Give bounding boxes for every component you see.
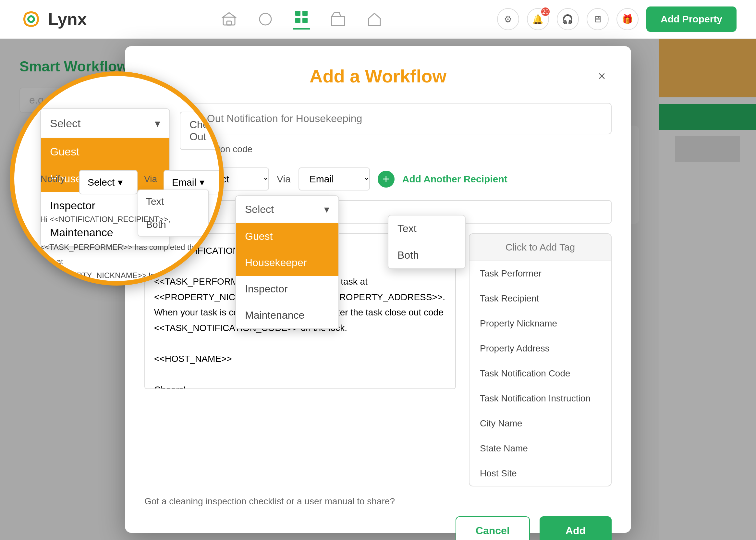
nav-properties[interactable] bbox=[221, 11, 237, 28]
mag-body-text: Hi <<NOTIFICATION_RECIPIENT>>, <<TASK_PE… bbox=[40, 212, 209, 286]
nav-grid[interactable] bbox=[293, 9, 310, 30]
add-another-recipient-button[interactable]: Add Another Recipient bbox=[402, 174, 507, 185]
add-button[interactable]: Add bbox=[540, 516, 612, 540]
modal-close-button[interactable]: × bbox=[592, 67, 612, 86]
modal-footer: Cancel Add bbox=[144, 516, 612, 540]
notification-badge: 20 bbox=[541, 7, 550, 16]
dropdown-option-housekeeper[interactable]: Housekeeper bbox=[236, 250, 338, 276]
add-recipient-plus-modal[interactable]: + bbox=[378, 171, 395, 188]
mag-checkout-badge: Check Out bbox=[180, 112, 224, 150]
nav-circle[interactable] bbox=[257, 11, 274, 28]
dropdown-option-maintenance[interactable]: Maintenance bbox=[236, 302, 338, 329]
via-label-modal: Via bbox=[277, 174, 291, 185]
nav-icons bbox=[106, 9, 497, 30]
dropdown-trigger-label: Select bbox=[245, 203, 274, 215]
tag-property-nickname[interactable]: Property Nickname bbox=[469, 311, 611, 336]
logo-icon bbox=[20, 7, 43, 31]
svg-rect-4 bbox=[303, 11, 308, 16]
tag-task-recipient[interactable]: Task Recipient bbox=[469, 286, 611, 311]
svg-point-2 bbox=[260, 13, 271, 25]
settings-icon[interactable]: ⚙ bbox=[497, 8, 519, 30]
add-recipient-label: Add Another Recipient bbox=[402, 174, 507, 185]
svg-rect-3 bbox=[295, 11, 301, 16]
magnifier-circle: Select ▾ Guest Housekeeper Inspector Mai… bbox=[10, 71, 224, 286]
mag-text-option[interactable]: Text bbox=[138, 190, 208, 213]
notify-dropdown[interactable]: Select ▾ Guest Housekeeper Inspector Mai… bbox=[235, 196, 339, 329]
tag-state-name[interactable]: State Name bbox=[469, 436, 611, 461]
tag-property-address[interactable]: Property Address bbox=[469, 336, 611, 361]
mag-notify-select[interactable]: Select▾ bbox=[79, 170, 138, 195]
tag-host-site[interactable]: Host Site bbox=[469, 461, 611, 486]
magnifier-content: Select ▾ Guest Housekeeper Inspector Mai… bbox=[14, 76, 219, 281]
email-select-modal-1[interactable]: Email bbox=[299, 168, 370, 191]
tag-panel-header[interactable]: Click to Add Tag bbox=[469, 234, 611, 261]
dropdown-arrow: ▾ bbox=[324, 203, 329, 215]
logo-text: Lynx bbox=[48, 9, 87, 29]
tag-task-notification-instruction[interactable]: Task Notification Instruction bbox=[469, 386, 611, 411]
top-navigation: Lynx ⚙ 🔔 20 🎧 🖥 🎁 Add Property bbox=[0, 0, 756, 39]
gift-icon[interactable]: 🎁 bbox=[616, 8, 639, 30]
dropdown-option-guest[interactable]: Guest bbox=[236, 223, 338, 250]
monitor-icon[interactable]: 🖥 bbox=[587, 8, 609, 30]
dropdown-option-inspector[interactable]: Inspector bbox=[236, 276, 338, 302]
mag-option-guest[interactable]: Guest bbox=[41, 138, 169, 165]
mag-via-text: Via bbox=[144, 174, 157, 184]
svg-rect-5 bbox=[295, 18, 301, 23]
logo-area: Lynx bbox=[20, 7, 87, 31]
nav-home[interactable] bbox=[366, 11, 383, 28]
checklist-text: Got a cleaning inspection checklist or a… bbox=[144, 496, 612, 506]
tag-task-performer[interactable]: Task Performer bbox=[469, 261, 611, 286]
headset-icon[interactable]: 🎧 bbox=[557, 8, 579, 30]
bell-icon[interactable]: 🔔 20 bbox=[527, 8, 549, 30]
email-option-text[interactable]: Text bbox=[388, 215, 465, 242]
mag-notify-label: Notify bbox=[40, 173, 73, 184]
tag-city-name[interactable]: City Name bbox=[469, 411, 611, 436]
email-type-dropdown[interactable]: Text Both bbox=[388, 215, 466, 269]
cancel-button[interactable]: Cancel bbox=[455, 516, 530, 540]
add-property-button[interactable]: Add Property bbox=[646, 7, 736, 32]
tag-panel: Click to Add Tag Task Performer Task Rec… bbox=[469, 233, 612, 486]
svg-rect-6 bbox=[303, 18, 308, 23]
mag-select-arrow: ▾ bbox=[155, 117, 160, 130]
mag-select-trigger[interactable]: Select ▾ bbox=[41, 109, 169, 138]
email-option-both[interactable]: Both bbox=[388, 242, 465, 268]
nav-folder[interactable] bbox=[330, 11, 346, 28]
modal-title: Add a Workflow bbox=[164, 66, 592, 87]
tag-task-notification-code[interactable]: Task Notification Code bbox=[469, 361, 611, 386]
nav-right: ⚙ 🔔 20 🎧 🖥 🎁 Add Property bbox=[497, 7, 736, 32]
dropdown-trigger[interactable]: Select ▾ bbox=[236, 196, 338, 223]
svg-rect-1 bbox=[227, 21, 231, 25]
mag-select-label: Select bbox=[50, 117, 81, 130]
